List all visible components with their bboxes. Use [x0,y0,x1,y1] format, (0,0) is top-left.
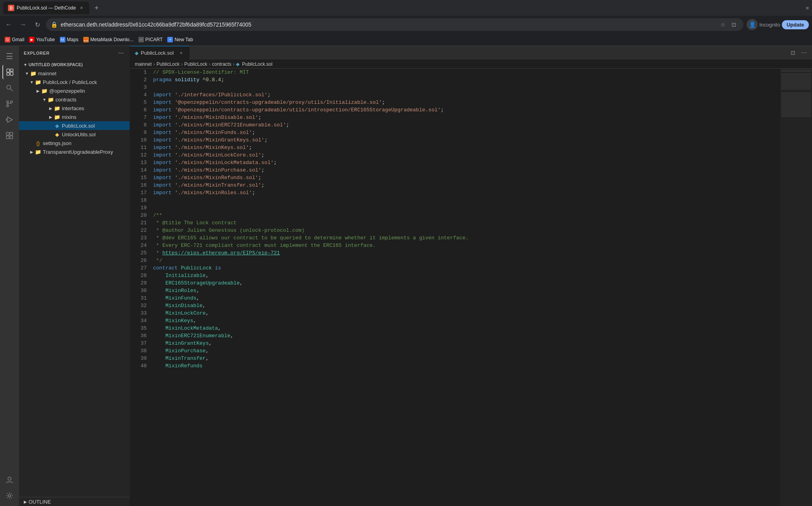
line-number: 14 [133,166,147,174]
profile-button[interactable]: 👤 [747,19,758,30]
bookmark-icon[interactable]: ☆ [718,20,728,29]
code-line: Initializable, [153,272,780,279]
code-line: import './mixins/MixinRoles.sol'; [153,189,780,197]
sidebar-more-button[interactable]: ⋯ [117,49,125,57]
tab-icon[interactable]: ⊡ [729,20,739,29]
explorer-icon[interactable] [2,65,17,79]
svg-point-4 [7,85,11,89]
bookmark-gmail[interactable]: G Gmail [5,37,24,42]
sidebar-item-interfaces[interactable]: ▶ 📁 interfaces [19,104,130,113]
code-token: PublicLock [181,264,212,272]
sidebar-item-mixins[interactable]: ▶ 📁 mixins [19,113,130,121]
sidebar-item-unlockutils-sol[interactable]: ◆ UnlockUtils.sol [19,130,130,139]
code-token: ; [221,76,224,84]
interfaces-arrow: ▶ [48,105,54,111]
tab-overflow-button[interactable]: ≡ [806,5,809,11]
publiclock-sol-arrow [48,122,54,129]
transparent-arrow: ▶ [29,149,35,155]
extensions-icon[interactable] [2,128,17,143]
sidebar-item-publiclock-sol[interactable]: ◆ PublicLock.sol [19,121,130,130]
bookmark-picart[interactable]: → PICART [138,37,163,42]
code-token: solidity [175,76,199,84]
code-token: ERC165StorageUpgradeable [165,279,239,287]
code-token[interactable]: https://eips.ethereum.org/EIPS/eip-721 [162,249,280,257]
code-token: ; [264,136,268,144]
sidebar-item-contracts[interactable]: ▼ 📁 contracts [19,95,130,104]
breadcrumb-publiclock-2[interactable]: PublicLock [184,61,207,67]
bookmark-maps[interactable]: M Maps [60,37,79,42]
address-bar[interactable]: 🔒 etherscan.deth.net/address/0x61cc42c66… [46,18,743,31]
line-number: 21 [133,219,147,227]
line-number: 20 [133,212,147,219]
breadcrumb-publiclock-1[interactable]: PublicLock [157,61,180,67]
code-token: import [153,106,172,114]
code-token: ; [249,144,252,151]
source-control-icon[interactable] [2,97,17,111]
forward-button[interactable]: → [17,19,29,30]
code-token: , [239,279,243,287]
active-tab[interactable]: D PublicLock.sol — DethCode × [3,2,89,14]
breadcrumb-file[interactable]: PublicLock.sol [242,61,272,67]
update-button[interactable]: Update [782,20,809,29]
sidebar-item-publiclock[interactable]: ▼ 📁 PublicLock / PublicLock [19,78,130,86]
editor-tabs: ◆ PublicLock.sol × ⊡ ⋯ [130,46,812,60]
code-token: import [153,91,172,99]
line-number: 34 [133,317,147,325]
code-token [153,332,165,340]
code-line: import './mixins/MixinKeys.sol'; [153,144,780,151]
line-number: 6 [133,106,147,114]
minimap-content [780,69,812,506]
back-button[interactable]: ← [3,19,14,30]
metamask-favicon: 🦊 [83,37,89,42]
picart-label: PICART [146,37,163,42]
line-number: 11 [133,144,147,151]
tab-close-button[interactable]: × [78,5,84,11]
activity-bottom [2,473,17,506]
more-actions-icon[interactable]: ⋯ [799,48,809,57]
code-token [153,362,165,370]
code-token: './mixins/MixinKeys.sol' [175,144,249,151]
editor-tab-close-button[interactable]: × [178,50,184,56]
code-token [172,76,175,84]
sidebar-item-openzeppelin[interactable]: ▶ 📁 @openzeppelin [19,86,130,95]
menu-icon[interactable]: ☰ [2,49,17,63]
editor-tab-publiclock[interactable]: ◆ PublicLock.sol × [130,46,190,60]
code-line: ERC165StorageUpgradeable, [153,279,780,287]
sidebar-item-transparent[interactable]: ▶ 📁 TransparentUpgradeableProxy [19,147,130,156]
bookmark-metamask[interactable]: 🦊 MetaMask Downlo... [83,37,134,42]
run-icon[interactable] [2,113,17,127]
code-token [199,76,203,84]
metamask-label: MetaMask Downlo... [90,37,134,42]
bookmark-youtube[interactable]: ▶ YouTube [29,37,55,42]
contracts-label: contracts [56,97,77,103]
line-number: 26 [133,257,147,264]
settings-icon[interactable] [2,489,17,503]
reload-button[interactable]: ↻ [32,19,43,30]
code-token [172,99,175,106]
code-token [153,294,165,302]
code-line: /** [153,212,780,219]
workspace-item[interactable]: ▼ UNTITLED (WORKSPACE) [19,60,130,69]
sidebar-item-mainnet[interactable]: ▼ 📁 mainnet [19,69,130,78]
code-token: * @title The Lock contract [153,219,237,227]
code-area[interactable]: // SPDX-License-Identifier: MITpragma so… [150,69,780,506]
breadcrumb-contracts[interactable]: contracts [212,61,232,67]
account-icon[interactable] [2,473,17,487]
breadcrumb-mainnet[interactable]: mainnet [135,61,152,67]
code-token: , [206,355,209,362]
code-token: MixinRoles [165,287,196,294]
minimap [780,69,812,506]
code-token: './mixins/MixinLockCore.sol' [175,151,261,159]
code-line: MixinERC721Enumerable, [153,332,780,340]
svg-marker-10 [8,117,12,122]
unlockutils-sol-arrow [48,131,54,137]
sidebar-item-settings-json[interactable]: {} settings.json [19,139,130,147]
new-tab-button[interactable]: + [91,2,102,13]
code-token [153,302,165,309]
outline-item[interactable]: ▶ OUTLINE [19,497,130,506]
sidebar-tree: ▼ UNTITLED (WORKSPACE) ▼ 📁 mainnet ▼ 📁 P… [19,60,130,497]
code-token: import [153,166,172,174]
bookmark-newtab[interactable]: + New Tab [167,37,193,42]
split-editor-icon[interactable]: ⊡ [788,48,798,57]
search-icon[interactable] [2,81,17,95]
